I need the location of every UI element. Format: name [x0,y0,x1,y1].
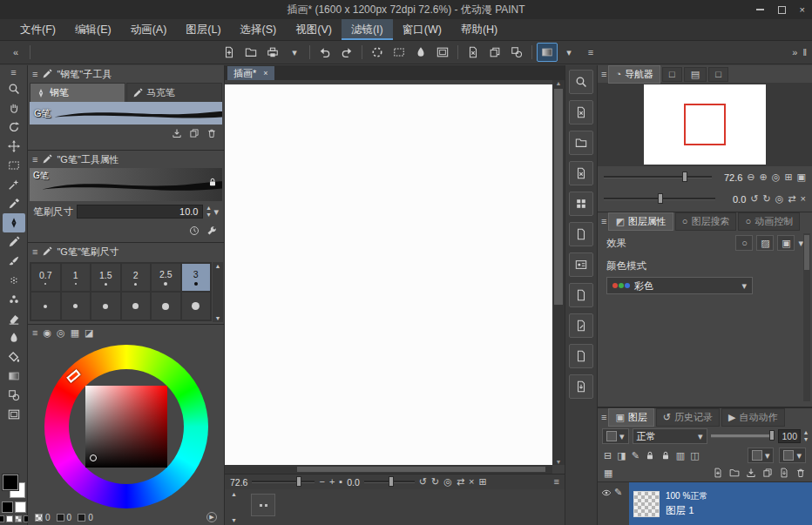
opacity-stepper[interactable]: ▴ ▾ [804,429,808,443]
delete-layer-button[interactable] [795,468,806,478]
minimize-button[interactable] [756,9,764,10]
tool-palette-menu-icon[interactable]: ≡ [10,68,16,77]
eraser-tool[interactable] [3,309,25,328]
main-color-chip[interactable] [3,475,18,490]
draw-color-swatch[interactable] [0,515,4,522]
tab-layers[interactable]: ▣ 图层 [608,408,653,427]
layer-row-selected[interactable]: 100 %正常 图层 1 [629,482,812,525]
blend-tool[interactable] [3,328,25,347]
undo-button[interactable] [315,43,335,62]
brush-size-option[interactable] [121,292,152,320]
fit-page-button[interactable]: ▣ [797,172,806,182]
frame-tool[interactable] [3,405,25,424]
ruler-range-button[interactable]: ◫ [690,451,699,461]
panel-menu-icon[interactable]: ≡ [601,413,606,422]
register-subtool-button[interactable] [172,128,182,138]
duplicate-subtool-button[interactable] [189,128,200,138]
subtool-tab-pen[interactable]: 钢笔 [30,83,125,102]
lock-transparent-button[interactable] [660,450,671,461]
slider-thumb[interactable] [296,476,301,487]
color-mode-select[interactable]: 彩色 ▾ [606,277,753,294]
quick-delete-button[interactable] [569,161,593,185]
vertical-scrollbar[interactable]: ▲ ▼ [552,80,565,465]
tab-subview[interactable]: □ [662,67,682,82]
quick-clear-button[interactable] [569,100,593,125]
tab-layer-property[interactable]: ◩ 图层属性 [608,212,673,231]
scrollbar-thumb[interactable] [804,235,809,270]
subtool-tab-marker[interactable]: 马克笔 [126,83,222,102]
fit-screen-button[interactable]: ⊞ [784,172,792,182]
panel-menu-icon[interactable]: ≡ [601,217,606,226]
quick-grid-button[interactable] [569,192,593,216]
tab-history[interactable]: ↺ 历史记录 [656,408,720,427]
menu-file[interactable]: 文件(F) [10,19,65,40]
merge-down-button[interactable] [762,468,773,478]
menu-window[interactable]: 窗口(W) [393,19,451,40]
slider-thumb[interactable] [769,430,775,441]
selection-border-button[interactable] [484,43,505,62]
brush-size-option[interactable] [181,292,212,320]
close-tab-icon[interactable]: × [263,70,267,77]
border-effect-button[interactable]: ○ [735,235,753,251]
panel-menu-icon[interactable]: ≡ [32,247,37,257]
rotate-left-button[interactable]: ↺ [419,477,427,487]
panel-scrollbar[interactable]: ▲ ▼ [213,262,223,322]
reset-display-button[interactable]: × [801,194,806,204]
scroll-up-icon[interactable]: ▲ [556,80,562,86]
color-wheel-tab-icon[interactable]: ◉ [43,328,51,338]
navigator-page[interactable] [644,84,766,165]
collapse-right-icon[interactable]: » [792,48,797,57]
panel-menu-icon[interactable]: ≡ [601,70,606,79]
fill-tool[interactable] [3,347,25,367]
tab-layer-search[interactable]: ○ 图层搜索 [675,212,737,231]
command-bar-menu-icon[interactable]: ≡ [580,43,601,62]
brush-tool[interactable] [3,252,25,271]
scroll-down-icon[interactable]: ▼ [231,517,237,523]
subtool-detail-button[interactable] [206,225,217,236]
sv-cursor[interactable] [90,454,97,461]
crop-button[interactable] [506,43,527,62]
panel-menu-icon[interactable]: ≡ [32,328,37,338]
zoom-in-button[interactable]: + [329,477,335,487]
menu-select[interactable]: 选择(S) [231,19,287,40]
figure-tool[interactable] [3,386,25,405]
size-presets-dropdown-icon[interactable]: ▾ [213,207,219,217]
brush-size-option[interactable] [61,292,91,320]
layer-visibility-toggle[interactable] [601,488,612,498]
navigator-rotate-slider[interactable] [604,198,715,200]
new-file-button[interactable] [219,43,240,62]
quick-open-button[interactable] [569,131,593,155]
quick-edit-button[interactable] [569,313,593,338]
scroll-up-icon[interactable]: ▲ [215,263,221,269]
brush-size-option[interactable]: 0.7 [30,263,61,292]
flip-horizontal-button[interactable]: ⇄ [457,477,464,487]
pencil-tool[interactable] [3,232,25,252]
dock-handle-icon[interactable]: ‖ [802,48,807,57]
color-wheel[interactable] [44,345,208,508]
horizontal-scrollbar[interactable] [225,465,552,474]
rotate-left-button[interactable]: ↺ [750,194,758,204]
export-layer-button[interactable] [779,468,789,478]
slider-thumb[interactable] [389,476,394,487]
palette-color-combo[interactable]: ▾ [602,428,629,444]
menu-animation[interactable]: 动画(A) [121,19,177,40]
menu-view[interactable]: 视图(V) [286,19,342,40]
tab-item-bank[interactable]: □ [708,67,728,82]
reset-rotate-button[interactable]: ◎ [443,477,452,487]
brush-size-option[interactable]: 1 [61,263,91,292]
slider-thumb[interactable] [682,172,687,182]
fill-selection-button[interactable] [410,43,431,62]
quick-card-button[interactable] [569,252,593,277]
zoom-step-icon[interactable]: ▪ [339,477,342,487]
enable-mask-button[interactable]: ▥ [676,451,685,461]
brush-size-option[interactable] [91,292,121,320]
transfer-layer-button[interactable] [746,468,756,478]
tab-navigator[interactable]: ◔ 导航器 [608,65,660,84]
lock-icon[interactable] [207,177,218,187]
scrollbar-thumb[interactable] [297,467,546,472]
lock-layer-button[interactable] [645,450,655,461]
quick-note-button[interactable] [569,344,593,368]
draw-color-swatch[interactable] [6,515,13,522]
restore-defaults-button[interactable] [189,225,200,236]
tab-information[interactable]: ▤ [684,67,707,82]
